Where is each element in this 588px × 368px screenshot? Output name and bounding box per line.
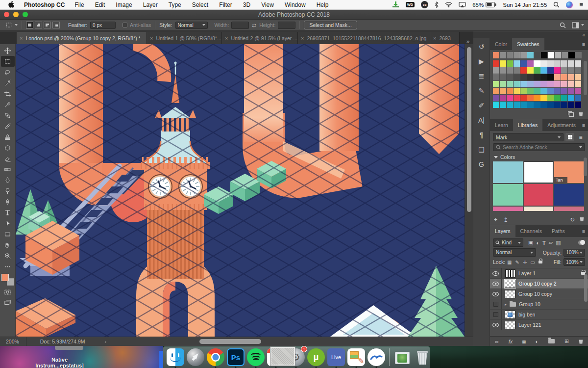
dock-item-utorrent[interactable]: µ bbox=[307, 348, 325, 367]
color-swatch[interactable] bbox=[507, 60, 513, 67]
recent-swatch[interactable] bbox=[541, 52, 547, 58]
gradient-tool[interactable] bbox=[1, 164, 15, 175]
type-tool[interactable] bbox=[1, 207, 15, 218]
color-swatch[interactable] bbox=[547, 74, 554, 80]
color-swatch[interactable] bbox=[493, 95, 499, 101]
vertical-scrollbar-thumb[interactable] bbox=[467, 47, 471, 212]
filter-adjustment-layers-icon[interactable]: ◐ bbox=[536, 240, 539, 246]
move-tool[interactable] bbox=[1, 45, 15, 56]
paragraph-icon[interactable]: ¶ bbox=[475, 129, 489, 141]
color-swatch[interactable] bbox=[540, 88, 547, 94]
tab-overflow-icon[interactable]: » bbox=[463, 38, 473, 44]
color-swatch[interactable] bbox=[507, 81, 513, 87]
delete-swatch-button[interactable] bbox=[579, 111, 583, 116]
recent-swatch[interactable] bbox=[548, 52, 554, 58]
color-swatch[interactable] bbox=[527, 81, 533, 87]
dock-item-launchpad[interactable] bbox=[186, 348, 205, 367]
swatches-scrollbar-thumb[interactable] bbox=[584, 61, 587, 95]
intersect-selection-mode-button[interactable] bbox=[52, 22, 60, 28]
filter-smart-objects-icon[interactable]: ▥ bbox=[556, 239, 561, 246]
color-swatch[interactable] bbox=[527, 67, 533, 74]
clone-stamp-tool[interactable] bbox=[1, 131, 15, 142]
color-swatch[interactable] bbox=[527, 74, 533, 80]
rectangle-shape-tool[interactable] bbox=[1, 229, 15, 239]
filter-pixel-layers-icon[interactable]: ▣ bbox=[528, 239, 533, 246]
library-color-tile[interactable] bbox=[493, 161, 523, 183]
color-swatch[interactable] bbox=[500, 88, 506, 94]
visibility-eye-icon[interactable] bbox=[490, 268, 502, 278]
document-tab-3[interactable]: ×Untitled-2 @ 91.5% (Layer ... bbox=[222, 32, 298, 44]
recent-swatch[interactable] bbox=[520, 52, 527, 58]
menu-image[interactable]: Image bbox=[116, 1, 132, 8]
layers-scrollbar-thumb[interactable] bbox=[584, 274, 588, 302]
recent-swatch[interactable] bbox=[568, 52, 575, 58]
library-color-tile[interactable] bbox=[554, 184, 584, 206]
edit-toolbar-tool[interactable] bbox=[1, 261, 15, 272]
sync-library-icon[interactable]: ↻ bbox=[570, 216, 575, 223]
fill-input[interactable]: 100% bbox=[564, 258, 585, 266]
add-library-item-button[interactable]: + bbox=[494, 216, 497, 223]
color-swatch[interactable] bbox=[561, 74, 567, 80]
zoom-level-field[interactable]: 200% bbox=[0, 337, 26, 346]
history-brush-tool[interactable] bbox=[1, 142, 15, 153]
color-swatch[interactable] bbox=[520, 81, 527, 87]
color-swatch[interactable] bbox=[500, 81, 506, 87]
recent-swatch[interactable] bbox=[562, 52, 568, 58]
wifi-icon[interactable] bbox=[445, 1, 452, 9]
color-swatch[interactable] bbox=[561, 60, 567, 67]
recent-swatch[interactable] bbox=[575, 52, 582, 58]
color-swatch[interactable] bbox=[493, 81, 499, 87]
filter-shape-layers-icon[interactable]: ▱ bbox=[549, 239, 553, 246]
hand-tool[interactable] bbox=[1, 239, 15, 250]
window-titlebar[interactable]: Adobe Photoshop CC 2018 bbox=[0, 10, 588, 20]
tab-layers[interactable]: Layers bbox=[490, 225, 515, 237]
color-swatch[interactable] bbox=[493, 67, 499, 74]
layer-name[interactable]: Group 10 copy bbox=[518, 291, 552, 297]
g-extension-icon[interactable]: G bbox=[475, 158, 489, 171]
upload-library-button[interactable]: ↥ bbox=[503, 216, 508, 223]
color-swatch[interactable] bbox=[554, 74, 561, 80]
new-layer-button[interactable]: ⊞ bbox=[564, 338, 569, 344]
zoom-tool[interactable] bbox=[1, 250, 15, 261]
brushes-icon[interactable]: ✐ bbox=[475, 99, 489, 112]
color-swatch[interactable] bbox=[540, 102, 547, 108]
layer-row[interactable]: Group 10 copy bbox=[490, 289, 588, 299]
tab-paths[interactable]: Paths bbox=[547, 225, 570, 237]
lock-artboard-icon[interactable]: ▭ bbox=[530, 260, 535, 265]
lock-pixels-icon[interactable]: ✎ bbox=[515, 260, 519, 265]
color-swatch[interactable] bbox=[547, 67, 554, 74]
delete-library-item-button[interactable] bbox=[580, 216, 584, 221]
tab-close-icon[interactable]: × bbox=[20, 35, 23, 41]
recent-swatch[interactable] bbox=[514, 52, 520, 58]
tool-preset-picker[interactable] bbox=[5, 22, 18, 28]
color-swatch[interactable] bbox=[547, 102, 554, 108]
color-swatch[interactable] bbox=[554, 67, 561, 74]
color-swatch[interactable] bbox=[500, 74, 506, 80]
menu-3d[interactable]: 3D bbox=[243, 1, 250, 8]
color-swatch[interactable] bbox=[554, 88, 561, 94]
color-swatch[interactable] bbox=[534, 81, 540, 87]
menu-view[interactable]: View bbox=[261, 1, 274, 8]
color-swatch[interactable] bbox=[493, 102, 499, 108]
notification-center-icon[interactable]: ≡ bbox=[579, 1, 583, 8]
color-swatch[interactable] bbox=[568, 67, 574, 74]
tab-color[interactable]: Color bbox=[490, 38, 512, 50]
3d-icon[interactable]: ❏ bbox=[475, 143, 489, 156]
color-swatch[interactable] bbox=[527, 102, 533, 108]
airplay-icon[interactable] bbox=[459, 1, 466, 9]
tab-close-icon[interactable]: × bbox=[150, 35, 153, 41]
layer-name[interactable]: big ben bbox=[518, 312, 535, 317]
color-swatch[interactable] bbox=[514, 95, 520, 101]
document-tab-5[interactable]: ×2693 bbox=[430, 32, 460, 44]
blur-tool[interactable] bbox=[1, 175, 15, 185]
color-swatch[interactable] bbox=[534, 102, 540, 108]
dock-item-spotify[interactable] bbox=[246, 348, 265, 367]
color-swatch[interactable] bbox=[561, 67, 567, 74]
dodge-tool[interactable] bbox=[1, 185, 15, 196]
recent-swatch[interactable] bbox=[527, 52, 534, 58]
color-swatch[interactable] bbox=[547, 60, 554, 67]
tab-close-icon[interactable]: × bbox=[301, 35, 304, 41]
color-swatch[interactable] bbox=[568, 60, 574, 67]
visibility-eye-icon[interactable] bbox=[490, 279, 502, 289]
link-layers-button[interactable]: ∞ bbox=[495, 339, 499, 344]
